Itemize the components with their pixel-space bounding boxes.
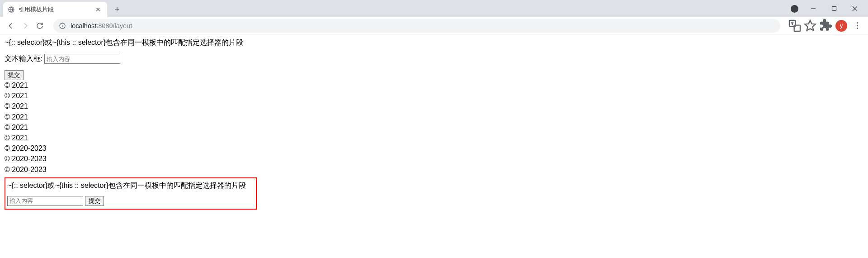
new-tab-button[interactable]: +: [111, 3, 123, 16]
form-row: 文本输入框:: [5, 54, 863, 64]
input-label: 文本输入框:: [5, 54, 42, 64]
close-window-button[interactable]: [844, 1, 865, 16]
translate-icon[interactable]: [788, 19, 802, 33]
back-button[interactable]: [4, 19, 18, 33]
copyright-list: © 2021© 2021© 2021© 2021© 2021© 2021© 20…: [5, 80, 863, 175]
svg-rect-2: [832, 7, 836, 11]
copyright-line: © 2021: [5, 122, 863, 133]
chrome-menu-button[interactable]: [850, 22, 864, 29]
profile-avatar[interactable]: y: [835, 20, 847, 32]
highlighted-fragment: ~{:: selector}或~{this :: selector}包含在同一模…: [5, 177, 257, 210]
submit-button[interactable]: 提交: [5, 70, 24, 80]
account-indicator-icon[interactable]: [791, 5, 798, 13]
copyright-line: © 2021: [5, 91, 863, 101]
browser-toolbar: localhost:8080/layout y: [0, 17, 868, 34]
copyright-line: © 2020-2023: [5, 153, 863, 164]
copyright-line: © 2021: [5, 80, 863, 91]
fragment-form-row: 提交: [7, 196, 254, 206]
url-path: :8080/layout: [96, 22, 132, 29]
minimize-button[interactable]: [803, 1, 824, 16]
copyright-line: © 2021: [5, 133, 863, 143]
fragment-submit-button[interactable]: 提交: [85, 196, 104, 206]
site-info-icon[interactable]: [59, 22, 66, 29]
copyright-line: © 2021: [5, 101, 863, 111]
copyright-line: © 2021: [5, 112, 863, 122]
copyright-line: © 2020-2023: [5, 143, 863, 153]
toolbar-actions: y: [785, 19, 864, 33]
url-host: localhost: [71, 22, 96, 29]
address-bar[interactable]: localhost:8080/layout: [53, 19, 780, 33]
bookmark-icon[interactable]: [803, 19, 817, 33]
forward-button[interactable]: [18, 19, 33, 33]
reload-button[interactable]: [33, 19, 47, 33]
copyright-line: © 2020-2023: [5, 164, 863, 175]
extensions-icon[interactable]: [818, 19, 833, 33]
globe-icon: [8, 6, 15, 13]
avatar-letter: y: [840, 22, 843, 29]
browser-tab[interactable]: 引用模板片段 ✕: [3, 2, 107, 17]
tab-close-icon[interactable]: ✕: [94, 6, 103, 13]
window-controls: [791, 0, 868, 17]
tab-title: 引用模板片段: [19, 6, 94, 14]
fragment-text-input[interactable]: [7, 196, 83, 206]
page-heading: ~{:: selector}或~{this :: selector}包含在同一模…: [5, 38, 863, 48]
browser-tab-strip: 引用模板片段 ✕ +: [0, 0, 868, 17]
maximize-button[interactable]: [824, 1, 844, 16]
fragment-heading: ~{:: selector}或~{this :: selector}包含在同一模…: [7, 181, 254, 191]
page-content: ~{:: selector}或~{this :: selector}包含在同一模…: [0, 34, 868, 213]
text-input[interactable]: [44, 54, 120, 64]
